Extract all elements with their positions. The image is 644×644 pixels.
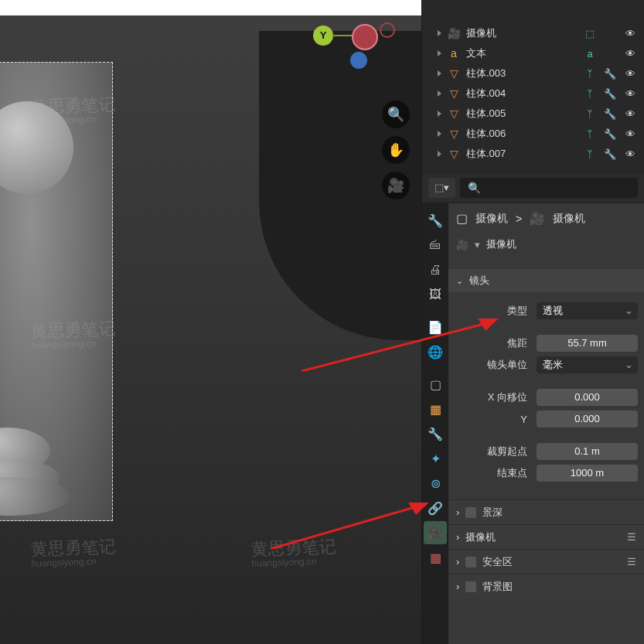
outliner: 🎥 摄像机 ⬚ 👁 a 文本 a 👁 ▽ 柱体.003 ᛉ 🔧 👁 ▽ 柱体.0… — [421, 0, 644, 172]
list-icon[interactable]: ☰ — [627, 531, 636, 543]
data-icon[interactable]: ᛉ — [582, 88, 598, 100]
axis-y[interactable]: Y — [313, 26, 333, 46]
data-icon[interactable]: ᛉ — [582, 108, 598, 120]
wrench-icon[interactable]: 🔧 — [602, 148, 618, 160]
tab-physics-icon[interactable]: ⊚ — [424, 472, 447, 495]
dof-label: 景深 — [482, 506, 503, 520]
tab-output-icon[interactable]: 🖨 — [424, 258, 447, 281]
eye-icon[interactable]: 👁 — [622, 108, 638, 120]
chevron-right-icon: › — [456, 556, 459, 567]
axis-gizmo[interactable]: Y — [313, 19, 398, 66]
shiftx-value[interactable]: 0.000 — [537, 389, 638, 406]
datablock-row[interactable]: 🎥 ▾ 摄像机 — [448, 233, 644, 255]
axis-neg[interactable] — [380, 22, 395, 38]
outliner-item[interactable]: a 文本 a 👁 — [422, 43, 644, 63]
wrench-icon[interactable] — [602, 48, 618, 60]
tab-scene-icon[interactable]: 📄 — [424, 315, 447, 339]
breadcrumb: ▢ 摄像机 > 🎥 摄像机 — [448, 203, 644, 233]
eye-icon[interactable]: 👁 — [622, 28, 638, 39]
mesh-icon: ▽ — [448, 87, 460, 100]
tab-particle-icon[interactable]: ✦ — [424, 447, 447, 470]
wrench-icon[interactable] — [602, 28, 618, 39]
bg-section[interactable]: › 背景图 — [448, 574, 644, 598]
camera-frame — [0, 62, 113, 521]
eye-icon[interactable]: 👁 — [622, 128, 638, 140]
expand-icon[interactable] — [438, 50, 441, 56]
watermark: 黄思勇笔记huangsiyong.cn — [250, 537, 336, 569]
safe-checkbox[interactable] — [465, 557, 476, 567]
chevron-right-icon: > — [516, 213, 522, 225]
lens-panel-header[interactable]: ⌄ 镜头 — [448, 269, 644, 292]
tab-texture-icon[interactable]: ▩ — [424, 546, 447, 569]
eye-icon[interactable]: 👁 — [622, 48, 638, 60]
watermark: 黄思勇笔记huangsiyong.cn — [30, 537, 116, 569]
clipend-value[interactable]: 1000 m — [537, 465, 638, 482]
item-label: 摄像机 — [466, 26, 496, 40]
item-label: 柱体.003 — [466, 66, 506, 80]
safe-section[interactable]: › 安全区 ☰ — [448, 549, 644, 574]
outliner-item[interactable]: ▽ 柱体.003 ᛉ 🔧 👁 — [422, 63, 644, 83]
eye-icon[interactable]: 👁 — [622, 148, 638, 160]
eye-icon[interactable]: 👁 — [622, 68, 638, 80]
datablock-name[interactable]: 摄像机 — [486, 237, 516, 251]
tab-modifier-icon[interactable]: 🔧 — [424, 422, 447, 445]
property-tabs: 🔧 🖮 🖨 🖼 📄 🌐 ▢ ▦ 🔧 ✦ ⊚ 🔗 🎥 ▩ — [421, 203, 448, 644]
camera-data-icon: 🎥 — [530, 211, 545, 226]
outliner-item[interactable]: ▽ 柱体.007 ᛉ 🔧 👁 — [422, 144, 644, 164]
mesh-icon: ▽ — [448, 67, 460, 80]
tab-viewlayer-icon[interactable]: 🖼 — [424, 283, 447, 306]
dof-section[interactable]: › 景深 — [448, 499, 644, 524]
wrench-icon[interactable]: 🔧 — [602, 128, 618, 140]
chevron-down-icon: ⌄ — [456, 276, 463, 286]
outliner-item[interactable]: ▽ 柱体.006 ᛉ 🔧 👁 — [422, 124, 644, 144]
search-input[interactable] — [460, 178, 638, 198]
data-icon[interactable]: ᛉ — [582, 148, 598, 160]
data-icon[interactable]: ᛉ — [582, 68, 598, 80]
dof-checkbox[interactable] — [465, 507, 476, 518]
zoom-icon[interactable]: 🔍 — [382, 101, 410, 128]
data-icon[interactable]: ⬚ — [582, 28, 598, 39]
tab-world-icon[interactable]: 🌐 — [424, 340, 447, 363]
camera-section[interactable]: › 摄像机 ☰ — [448, 524, 644, 549]
expand-icon[interactable] — [438, 111, 441, 117]
tab-object-icon[interactable]: ▦ — [424, 397, 447, 421]
breadcrumb-data[interactable]: 摄像机 — [553, 212, 585, 226]
tab-render-icon[interactable]: 🖮 — [424, 233, 447, 257]
outliner-item[interactable]: ▽ 柱体.004 ᛉ 🔧 👁 — [422, 83, 644, 104]
outliner-item[interactable]: 🎥 摄像机 ⬚ 👁 — [422, 23, 644, 43]
pan-icon[interactable]: ✋ — [382, 136, 410, 164]
data-icon[interactable]: ᛉ — [582, 128, 598, 140]
expand-icon[interactable] — [438, 30, 441, 36]
list-icon[interactable]: ☰ — [627, 556, 636, 567]
expand-icon[interactable] — [438, 131, 441, 137]
expand-icon[interactable] — [438, 151, 441, 157]
tab-constraints-icon[interactable]: 🔗 — [424, 496, 447, 520]
wrench-icon[interactable]: 🔧 — [602, 88, 618, 100]
shifty-value[interactable]: 0.000 — [537, 411, 638, 428]
tab-tool-icon[interactable]: 🔧 — [424, 209, 447, 232]
breadcrumb-object[interactable]: 摄像机 — [475, 212, 508, 226]
camera-view-icon[interactable]: 🎥 — [382, 172, 410, 199]
tab-collection-icon[interactable]: ▢ — [424, 373, 447, 396]
item-label: 柱体.004 — [466, 87, 506, 101]
expand-icon[interactable] — [438, 90, 441, 97]
axis-z[interactable] — [350, 52, 367, 69]
bg-checkbox[interactable] — [465, 581, 476, 592]
unit-select[interactable]: 毫米 — [537, 356, 638, 373]
lens-title: 镜头 — [469, 274, 489, 288]
wrench-icon[interactable]: 🔧 — [602, 68, 618, 80]
editor-type-icon[interactable]: ⬚▾ — [428, 178, 455, 198]
outliner-item[interactable]: ▽ 柱体.005 ᛉ 🔧 👁 — [422, 104, 644, 124]
expand-icon[interactable] — [438, 70, 441, 77]
tab-camera-data-icon[interactable]: 🎥 — [424, 521, 447, 544]
clipstart-value[interactable]: 0.1 m — [537, 443, 638, 460]
axis-gizmo-center[interactable] — [352, 24, 378, 50]
camera-section-label: 摄像机 — [465, 530, 496, 544]
data-icon[interactable]: a — [582, 48, 598, 60]
wrench-icon[interactable]: 🔧 — [602, 108, 618, 120]
type-select[interactable]: 透视 — [537, 302, 638, 319]
eye-icon[interactable]: 👁 — [622, 88, 638, 100]
item-label: 柱体.006 — [466, 127, 506, 141]
viewport-3d[interactable]: 黄思勇笔记huangsiyong.cn 黄思勇笔记huangsiyong.cn … — [0, 15, 421, 644]
focal-value[interactable]: 55.7 mm — [537, 335, 638, 352]
